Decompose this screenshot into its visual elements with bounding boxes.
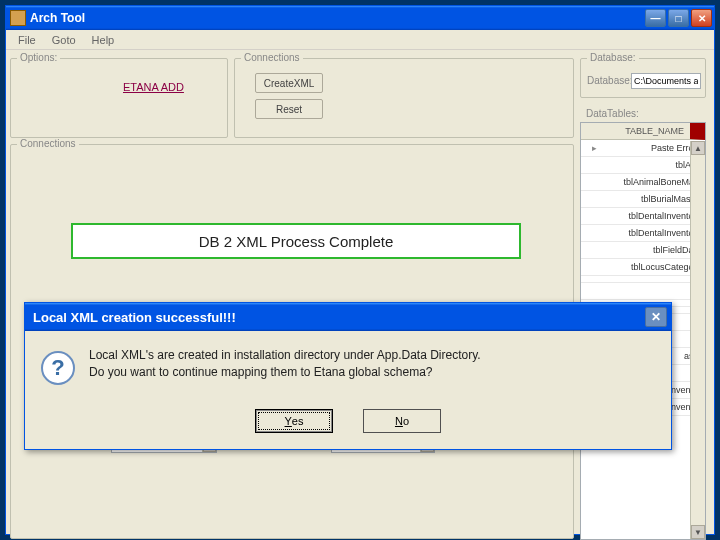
options-label: Options: bbox=[17, 52, 60, 63]
create-xml-button[interactable]: CreateXML bbox=[255, 73, 323, 93]
menu-file[interactable]: File bbox=[10, 32, 44, 48]
table-row[interactable]: tblAnimalBoneMast bbox=[581, 174, 705, 191]
dialog-message: Local XML's are created in installation … bbox=[89, 347, 481, 385]
reset-button[interactable]: Reset bbox=[255, 99, 323, 119]
table-row[interactable]: tblAge bbox=[581, 157, 705, 174]
database-input[interactable] bbox=[631, 73, 701, 89]
table-row[interactable]: tblDentalInventory bbox=[581, 208, 705, 225]
maximize-button[interactable]: □ bbox=[668, 9, 689, 27]
dialog-line1: Local XML's are created in installation … bbox=[89, 347, 481, 364]
scroll-down-icon[interactable]: ▼ bbox=[691, 525, 705, 539]
connections-top-label: Connections bbox=[241, 52, 303, 63]
menu-help[interactable]: Help bbox=[84, 32, 123, 48]
app-icon bbox=[10, 10, 26, 26]
table-row[interactable]: ▸Paste Errors bbox=[581, 140, 705, 157]
window-title: Arch Tool bbox=[30, 11, 645, 25]
scroll-up-icon[interactable]: ▲ bbox=[691, 141, 705, 155]
table-row[interactable]: tblDentalInventory bbox=[581, 225, 705, 242]
dialog-buttons: Yes No bbox=[25, 401, 671, 449]
connections-top-panel: Connections CreateXML Reset bbox=[234, 58, 574, 138]
process-complete-banner: DB 2 XML Process Complete bbox=[71, 223, 521, 259]
table-row[interactable]: r bbox=[581, 283, 705, 300]
etana-add-link[interactable]: ETANA ADD bbox=[123, 81, 184, 93]
table-row[interactable] bbox=[581, 276, 705, 283]
dialog-close-button[interactable]: ✕ bbox=[645, 307, 667, 327]
question-icon: ? bbox=[41, 351, 75, 385]
table-row[interactable]: tblBurialMaster bbox=[581, 191, 705, 208]
dialog-body: ? Local XML's are created in installatio… bbox=[25, 331, 671, 401]
no-button[interactable]: No bbox=[363, 409, 441, 433]
dialog-titlebar: Local XML creation successful!!! ✕ bbox=[25, 303, 671, 331]
options-panel: Options: ETANA ADD bbox=[10, 58, 228, 138]
minimize-button[interactable]: — bbox=[645, 9, 666, 27]
datatables-scrollbar[interactable]: ▲ ▼ bbox=[690, 141, 705, 539]
dialog-line2: Do you want to continue mapping them to … bbox=[89, 364, 481, 381]
datatables-label: DataTables: bbox=[586, 108, 639, 119]
yes-label: es bbox=[292, 415, 304, 427]
no-label: o bbox=[403, 415, 409, 427]
confirmation-dialog: Local XML creation successful!!! ✕ ? Loc… bbox=[24, 302, 672, 450]
titlebar: Arch Tool — □ ✕ bbox=[6, 6, 714, 30]
main-window: Arch Tool — □ ✕ File Goto Help Options: … bbox=[5, 5, 715, 535]
database-panel-label: Database: bbox=[587, 52, 639, 63]
database-field-label: Database: bbox=[587, 75, 633, 86]
datatables-header: TABLE_NAME bbox=[581, 123, 705, 140]
menubar: File Goto Help bbox=[6, 30, 714, 50]
content-area: Options: ETANA ADD Connections CreateXML… bbox=[6, 50, 714, 534]
dialog-title: Local XML creation successful!!! bbox=[33, 310, 645, 325]
menu-goto[interactable]: Goto bbox=[44, 32, 84, 48]
database-panel: Database: Database: bbox=[580, 58, 706, 98]
yes-button[interactable]: Yes bbox=[255, 409, 333, 433]
connections-main-label: Connections bbox=[17, 138, 79, 149]
table-row[interactable]: tblFieldData bbox=[581, 242, 705, 259]
table-row[interactable]: tblLocusCategory bbox=[581, 259, 705, 276]
titlebar-buttons: — □ ✕ bbox=[645, 9, 712, 27]
close-button[interactable]: ✕ bbox=[691, 9, 712, 27]
